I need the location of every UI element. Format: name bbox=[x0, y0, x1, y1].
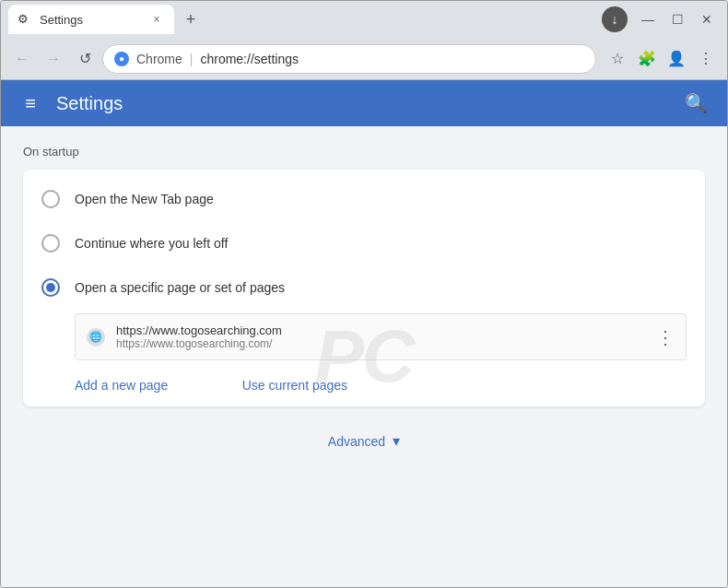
back-button[interactable]: ← bbox=[8, 45, 36, 73]
tab-title: Settings bbox=[40, 13, 141, 27]
url-texts: https://www.togosearching.com https://ww… bbox=[116, 323, 645, 350]
tab-close-button[interactable]: × bbox=[148, 11, 165, 28]
hamburger-menu-button[interactable]: ≡ bbox=[16, 88, 45, 118]
chrome-label: Chrome bbox=[136, 52, 182, 66]
bookmark-button[interactable]: ☆ bbox=[604, 45, 631, 73]
advanced-button[interactable]: Advanced bbox=[328, 434, 385, 449]
add-new-page-button[interactable]: Add a new page bbox=[75, 378, 168, 393]
radio-label-continue: Continue where you left off bbox=[75, 236, 228, 251]
section-title: On startup bbox=[23, 145, 705, 159]
address-actions: ☆ 🧩 👤 ⋮ bbox=[604, 45, 720, 73]
extensions-button[interactable]: 🧩 bbox=[633, 45, 661, 73]
forward-button[interactable]: → bbox=[40, 45, 67, 73]
radio-label-specific: Open a specific page or set of pages bbox=[75, 280, 285, 295]
address-divider: | bbox=[190, 52, 194, 66]
url-item: 🌐 https://www.togosearching.com https://… bbox=[75, 313, 687, 360]
radio-inner-specific bbox=[46, 283, 55, 292]
address-url: chrome://settings bbox=[200, 52, 584, 66]
radio-circle-continue bbox=[41, 234, 60, 253]
startup-options-card: Open the New Tab page Continue where you… bbox=[23, 170, 705, 406]
radio-option-new-tab[interactable]: Open the New Tab page bbox=[23, 177, 705, 221]
close-button[interactable]: ✕ bbox=[694, 6, 720, 32]
profile-button[interactable]: 👤 bbox=[663, 45, 690, 73]
tab-favicon: ⚙ bbox=[18, 12, 32, 27]
add-new-page-section: Add a new page bbox=[23, 368, 186, 399]
settings-search-button[interactable]: 🔍 bbox=[679, 87, 712, 120]
settings-header: ≡ Settings 🔍 bbox=[1, 80, 727, 126]
download-button[interactable]: ↓ bbox=[602, 6, 628, 32]
reload-button[interactable]: ↺ bbox=[71, 45, 99, 73]
address-input[interactable]: ● Chrome | chrome://settings bbox=[102, 44, 596, 74]
url-entry-section: 🌐 https://www.togosearching.com https://… bbox=[23, 310, 705, 368]
site-icon: ● bbox=[114, 52, 129, 66]
active-tab[interactable]: ⚙ Settings × bbox=[8, 5, 174, 34]
use-current-pages-button[interactable]: Use current pages bbox=[242, 378, 347, 393]
url-primary: https://www.togosearching.com bbox=[116, 323, 645, 337]
window-controls: ↓ — ☐ ✕ bbox=[602, 6, 720, 32]
minimize-button[interactable]: — bbox=[635, 6, 661, 32]
browser-window: ⚙ Settings × + ↓ — ☐ ✕ ← → ↺ ● Chrome | … bbox=[0, 0, 728, 588]
url-secondary: https://www.togosearching.com/ bbox=[116, 337, 645, 350]
radio-option-specific[interactable]: Open a specific page or set of pages bbox=[23, 265, 705, 310]
address-bar: ← → ↺ ● Chrome | chrome://settings ☆ 🧩 👤… bbox=[1, 38, 727, 80]
maximize-button[interactable]: ☐ bbox=[664, 6, 690, 32]
settings-content: PC On startup Open the New Tab page Cont… bbox=[1, 126, 727, 587]
url-site-icon: 🌐 bbox=[87, 328, 105, 347]
radio-circle-specific bbox=[41, 278, 60, 297]
menu-button[interactable]: ⋮ bbox=[692, 45, 720, 73]
advanced-bar: Advanced ▾ bbox=[23, 421, 705, 461]
new-tab-button[interactable]: + bbox=[178, 6, 204, 32]
use-current-pages-section: Use current pages bbox=[191, 368, 366, 399]
radio-circle-new-tab bbox=[41, 190, 60, 208]
radio-label-new-tab: Open the New Tab page bbox=[75, 192, 214, 206]
url-more-button[interactable]: ⋮ bbox=[656, 326, 675, 348]
settings-app: ≡ Settings 🔍 PC On startup Open the New … bbox=[1, 80, 727, 587]
radio-option-continue[interactable]: Continue where you left off bbox=[23, 221, 705, 265]
advanced-arrow-icon: ▾ bbox=[393, 432, 400, 450]
title-bar: ⚙ Settings × + ↓ — ☐ ✕ bbox=[1, 1, 727, 38]
settings-header-title: Settings bbox=[56, 93, 668, 114]
